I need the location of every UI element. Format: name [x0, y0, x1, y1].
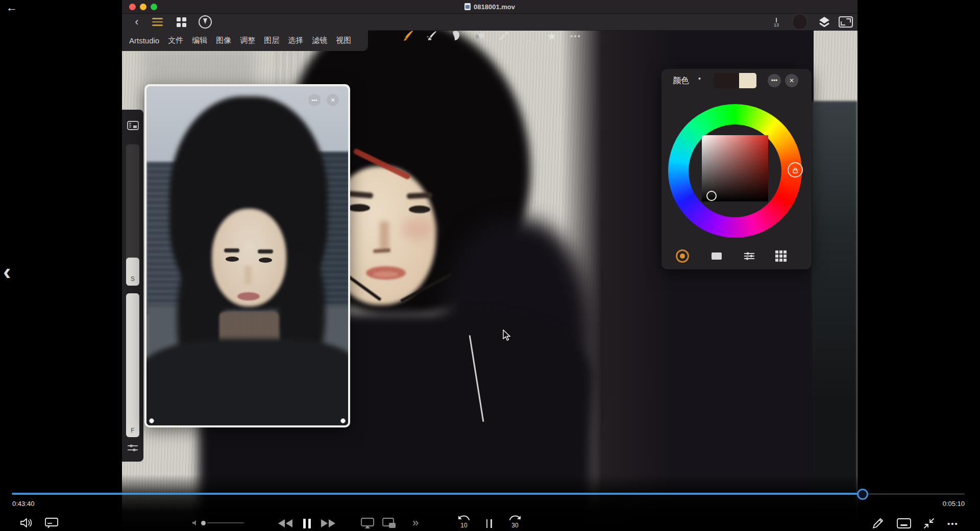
size-slider-label: S	[131, 275, 135, 283]
gallery-grid-button[interactable]	[175, 14, 187, 30]
menu-view[interactable]: 视图	[336, 36, 351, 45]
quick-tool-button[interactable]	[199, 14, 212, 30]
smudge-icon	[450, 30, 462, 42]
subtitles-button[interactable]	[44, 516, 59, 529]
previous-video-button[interactable]: ‹	[3, 258, 11, 285]
touchbar-button[interactable]	[896, 517, 912, 529]
smudge-tool-button[interactable]	[450, 30, 462, 42]
menu-adjust[interactable]: 调整	[240, 36, 255, 45]
rail-settings-button[interactable]	[127, 444, 139, 454]
ellipsis-icon: •••	[311, 97, 317, 103]
menu-filter[interactable]: 滤镜	[312, 36, 327, 45]
remaining-time: 0:05:10	[924, 500, 965, 508]
picture-in-picture-icon	[382, 518, 397, 529]
menu-artstudio[interactable]: Artstudio	[129, 36, 159, 45]
resize-handle-left[interactable]	[149, 418, 154, 423]
wet-brush-icon	[426, 30, 438, 42]
timeline-progress[interactable]	[12, 493, 863, 495]
current-color-well[interactable]	[792, 14, 807, 30]
rewind-button[interactable]	[277, 517, 294, 529]
favorites-tool-button[interactable]: ★	[546, 30, 558, 42]
more-controls-chevron[interactable]: »	[409, 516, 422, 529]
color-swatch-icon	[792, 14, 807, 30]
mini-volume-cluster	[192, 518, 244, 527]
skip-forward-arc-icon: 30	[507, 515, 523, 530]
size-slider-handle[interactable]: S	[126, 258, 139, 286]
primary-color-swatch[interactable]	[714, 73, 739, 88]
skip-back-label: 10	[460, 522, 468, 529]
paint-eye-right	[409, 206, 430, 213]
color-panel-close-button[interactable]: ✕	[785, 74, 798, 87]
fullscreen-button[interactable]	[839, 14, 853, 30]
subtitles-icon	[45, 518, 58, 528]
menu-edit[interactable]: 编辑	[192, 36, 207, 45]
pause-button-secondary[interactable]	[484, 517, 494, 529]
cursor-arrow-icon	[503, 330, 513, 342]
elapsed-time: 0:43:40	[12, 500, 34, 508]
eyedropper-tool-button[interactable]	[498, 30, 510, 42]
rail-panel-toggle[interactable]	[127, 121, 139, 132]
hue-lock-indicator[interactable]	[788, 162, 803, 178]
color-panel-more-button[interactable]: •••	[768, 74, 781, 87]
toolbar-back-button[interactable]: ‹	[131, 14, 142, 30]
color-panel-title-dot: •	[698, 74, 701, 83]
mode-box-tab[interactable]	[709, 249, 724, 263]
mode-sliders-tab[interactable]	[742, 249, 756, 263]
hamburger-icon	[152, 18, 163, 26]
fast-forward-button[interactable]	[320, 517, 337, 529]
box-mode-icon	[712, 252, 722, 260]
eraser-tool-button[interactable]	[474, 30, 486, 42]
timeline-scrubber-knob[interactable]	[857, 489, 868, 500]
markup-button[interactable]	[871, 516, 885, 530]
ref-cool-cast	[146, 86, 348, 425]
tool-row: ★ •••	[402, 28, 582, 44]
grid-icon	[177, 17, 186, 27]
menu-hamburger-button[interactable]	[151, 14, 164, 30]
airplay-button[interactable]	[360, 517, 375, 529]
sliders-icon	[127, 444, 139, 452]
volume-button[interactable]	[19, 516, 34, 529]
skip-back-arc-icon: 10	[456, 515, 472, 530]
menu-select[interactable]: 选择	[288, 36, 303, 45]
reference-close-button[interactable]: ✕	[327, 94, 339, 106]
wheel-mode-icon	[676, 249, 689, 263]
skip-back-10-button[interactable]: 10	[455, 514, 473, 530]
player-more-button[interactable]: •••	[944, 516, 962, 530]
reference-image-panel[interactable]: ••• ✕	[144, 84, 350, 427]
brush-size-indicator: 13	[771, 14, 781, 30]
color-panel-title: 颜色	[673, 75, 689, 86]
resize-handle-right[interactable]	[340, 418, 346, 423]
brush-tool-button[interactable]	[402, 30, 414, 42]
menu-layer[interactable]: 图层	[264, 36, 279, 45]
sv-cursor[interactable]	[706, 191, 717, 201]
skip-forward-30-button[interactable]: 30	[506, 514, 524, 530]
mode-wheel-tab[interactable]	[675, 249, 690, 263]
selection-tool-button[interactable]	[522, 30, 534, 42]
size-tick-icon	[776, 18, 777, 22]
pause-icon	[303, 519, 311, 528]
volume-slider-track[interactable]	[207, 522, 244, 524]
volume-slider-knob[interactable]	[201, 521, 206, 525]
shrink-arrows-icon	[923, 517, 935, 529]
pip-button[interactable]	[382, 517, 397, 529]
color-swatch-pair[interactable]	[714, 73, 756, 88]
pause-button[interactable]	[301, 517, 313, 529]
reference-more-button[interactable]: •••	[308, 94, 321, 106]
eraser-icon	[474, 30, 486, 42]
layers-button[interactable]	[817, 14, 831, 30]
wet-brush-tool-button[interactable]	[426, 30, 438, 42]
menu-image[interactable]: 图像	[216, 36, 231, 45]
flow-slider-handle[interactable]: F	[126, 293, 139, 437]
more-tools-button[interactable]: •••	[570, 30, 582, 42]
mode-palette-tab[interactable]	[774, 249, 788, 263]
exit-fullscreen-button[interactable]	[922, 516, 936, 530]
player-back-button[interactable]: ←	[6, 1, 17, 14]
timeline-remaining[interactable]	[863, 493, 965, 495]
app-toolbar: ‹ ★	[122, 14, 857, 31]
saturation-brightness-square[interactable]	[702, 135, 768, 201]
mouse-cursor	[503, 330, 513, 344]
lock-icon	[792, 167, 798, 173]
menu-file[interactable]: 文件	[168, 36, 183, 45]
ellipsis-icon: •••	[771, 77, 778, 84]
secondary-color-swatch[interactable]	[739, 73, 756, 88]
